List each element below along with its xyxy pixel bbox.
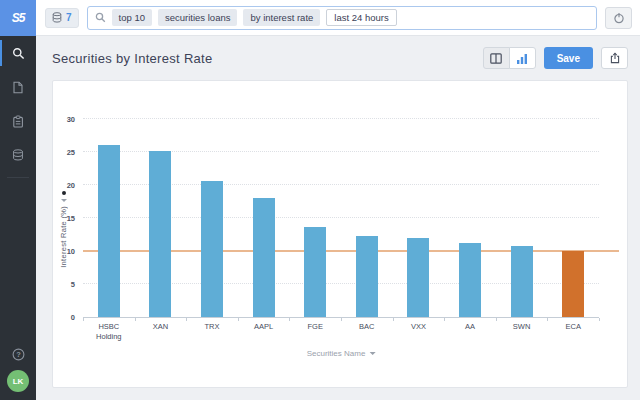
- x-tick-label: SWN: [502, 322, 542, 332]
- file-icon: [12, 81, 24, 94]
- bar-bac[interactable]: [356, 236, 378, 317]
- search-nav-icon: [12, 47, 25, 60]
- bar-trx[interactable]: [201, 181, 223, 317]
- save-button[interactable]: Save: [544, 47, 593, 69]
- sidebar: ? LK: [0, 36, 36, 400]
- avatar-initials: LK: [13, 377, 24, 386]
- table-columns-icon: [490, 53, 502, 64]
- bar-swn[interactable]: [511, 246, 533, 317]
- search-token[interactable]: top 10: [112, 9, 152, 26]
- database-icon: [52, 12, 62, 23]
- x-tick-label: AAPL: [244, 322, 284, 332]
- share-export-icon: [609, 52, 621, 64]
- y-tick-label: 30: [67, 115, 75, 124]
- database-nav-icon: [12, 149, 24, 161]
- x-axis-tick: [238, 318, 239, 321]
- power-clock-icon: [613, 12, 625, 24]
- bar-hsbc-holding[interactable]: [98, 145, 120, 317]
- x-axis-tick: [83, 318, 84, 321]
- x-tick-label: BAC: [347, 322, 387, 332]
- plot-area: HSBC HoldingXANTRXAAPLFGEBACVXXAASWNECAS…: [83, 119, 599, 318]
- bar-vxx[interactable]: [407, 238, 429, 317]
- x-tick-label: FGE: [295, 322, 335, 332]
- y-tick-label: 15: [67, 214, 75, 223]
- x-tick-label: XAN: [140, 322, 180, 332]
- svg-text:?: ?: [16, 350, 21, 359]
- x-axis-tick: [186, 318, 187, 321]
- x-axis-tick: [444, 318, 445, 321]
- result-count-chip[interactable]: 7: [45, 8, 79, 28]
- main-header: Securities by Interest Rate Save: [36, 36, 640, 80]
- search-token[interactable]: by interest rate: [243, 9, 320, 26]
- brand-logo[interactable]: S5: [0, 0, 36, 36]
- sidebar-item-reports[interactable]: [0, 104, 36, 138]
- y-tick-label: 10: [67, 247, 75, 256]
- x-tick-label: VXX: [398, 322, 438, 332]
- query-history-button[interactable]: [605, 7, 632, 29]
- x-axis-tick: [341, 318, 342, 321]
- y-tick-label: 25: [67, 148, 75, 157]
- topbar: S5 7 top 10 securities loans by interest…: [0, 0, 640, 36]
- search-draft-token[interactable]: last 24 hours: [326, 9, 396, 26]
- bar-eca[interactable]: [562, 251, 584, 317]
- x-axis-tick: [496, 318, 497, 321]
- chart-view-button[interactable]: [509, 47, 536, 69]
- chart-card: Interest Rate (%) 051015202530 HSBC Hold…: [52, 80, 628, 388]
- bar-aa[interactable]: [459, 243, 481, 317]
- share-button[interactable]: [601, 47, 628, 69]
- bar-xan[interactable]: [149, 151, 171, 317]
- x-axis-tick: [135, 318, 136, 321]
- brand-logo-text: S5: [12, 11, 25, 25]
- y-tick-label: 0: [71, 313, 75, 322]
- x-tick-label: AA: [450, 322, 490, 332]
- result-count: 7: [66, 12, 72, 23]
- x-axis-caret-icon: [369, 352, 375, 355]
- x-axis-tick: [547, 318, 548, 321]
- gridline: [83, 118, 599, 119]
- sidebar-item-datasets[interactable]: [0, 138, 36, 172]
- search-icon: [95, 12, 106, 23]
- bar-chart-icon: [516, 53, 528, 64]
- sidebar-item-search[interactable]: [0, 36, 36, 70]
- app-window: S5 7 top 10 securities loans by interest…: [0, 0, 640, 400]
- y-tick-label: 20: [67, 181, 75, 190]
- help-icon[interactable]: ?: [12, 348, 25, 361]
- x-axis-tick: [393, 318, 394, 321]
- x-axis-label[interactable]: Securities Name: [307, 349, 376, 358]
- bar-aapl[interactable]: [253, 198, 275, 317]
- search-input[interactable]: top 10 securities loans by interest rate…: [87, 6, 597, 30]
- clipboard-icon: [12, 115, 24, 128]
- sidebar-divider: [7, 177, 29, 178]
- bar-fge[interactable]: [304, 227, 326, 317]
- x-axis-tick: [599, 318, 600, 321]
- sidebar-item-documents[interactable]: [0, 70, 36, 104]
- y-tick-label: 5: [71, 280, 75, 289]
- x-tick-label: ECA: [553, 322, 593, 332]
- x-axis-label-text: Securities Name: [307, 349, 366, 358]
- x-axis-tick: [289, 318, 290, 321]
- y-axis-ticks: 051015202530: [53, 119, 79, 318]
- x-tick-label: TRX: [192, 322, 232, 332]
- page-title: Securities by Interest Rate: [52, 51, 213, 66]
- main-content: Securities by Interest Rate Save: [36, 36, 640, 400]
- search-token[interactable]: securities loans: [158, 9, 237, 26]
- user-avatar[interactable]: LK: [7, 370, 29, 392]
- x-tick-label: HSBC Holding: [89, 322, 129, 342]
- sidebar-bottom: ? LK: [0, 348, 36, 392]
- table-view-button[interactable]: [483, 47, 510, 69]
